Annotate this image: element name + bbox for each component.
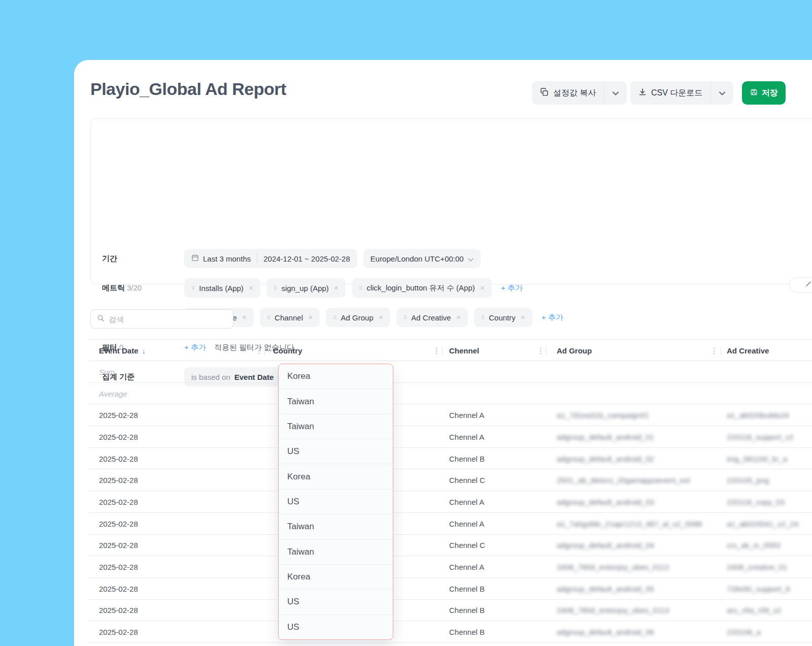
csv-download-label: CSV 다운로드 [651, 88, 702, 99]
event-date-cell: 2025-02-28 [99, 426, 138, 448]
close-icon[interactable]: ✕ [456, 314, 461, 321]
table-row: 2025-02-28 Chennel B adgroup_default_and… [89, 578, 812, 600]
column-menu-icon[interactable]: ⋮ [255, 340, 263, 362]
country-value: US [279, 439, 393, 464]
channel-cell: Chennel A [449, 513, 484, 535]
add-metric-link[interactable]: + 추가 [501, 283, 523, 293]
filter-panel: 기간 Last 3 months 2024-12-01 ~ 2025-02-28… [90, 118, 812, 284]
close-icon[interactable]: ✕ [379, 314, 383, 321]
column-menu-icon[interactable]: ⋮ [710, 340, 718, 362]
table-row: 2025-02-28 Chennel A 2408_780d_entonjoy_… [89, 556, 812, 578]
channel-cell: Chennel C [449, 535, 485, 557]
close-icon[interactable]: ✕ [334, 285, 339, 292]
groupby-pill[interactable]: ⠿ Channel ✕ [260, 308, 320, 327]
column-header-chennel[interactable]: Chennel [449, 340, 479, 362]
save-button[interactable]: 저장 [742, 81, 786, 105]
ad-group-cell-redacted: adgroup_default_android_06 [557, 621, 654, 643]
ad-creative-cell-redacted: 2408_creative_01 [727, 556, 787, 578]
metric-pill[interactable]: ⠿ Installs (App) ✕ [184, 278, 260, 298]
add-groupby-link[interactable]: + 추가 [542, 313, 563, 322]
csv-download-caret-button[interactable] [711, 81, 733, 105]
close-icon[interactable]: ✕ [242, 314, 247, 321]
ad-creative-cell-redacted: 220108_a [727, 621, 761, 643]
ad-creative-cell-redacted: img_081100_kr_a [727, 448, 787, 470]
chevron-down-icon [613, 88, 619, 98]
groupby-pill[interactable]: ⠿ Ad Group ✕ [326, 308, 390, 327]
drag-handle-icon[interactable]: ⠿ [333, 315, 336, 320]
channel-cell: Chennel B [449, 578, 485, 600]
report-card: Playio_Global Ad Report 설정값 복사 CSV 다운로드 [74, 60, 812, 646]
country-value: Taiwan [279, 414, 393, 439]
ad-group-cell-redacted: adgroup_default_android_05 [557, 578, 654, 600]
column-divider [264, 346, 265, 355]
channel-cell: Chennel A [449, 556, 484, 578]
copy-settings-caret-button[interactable] [604, 81, 627, 105]
metric-pill[interactable]: ⠿ sign_up (App) ✕ [266, 278, 346, 298]
event-date-cell: 2025-02-28 [99, 600, 138, 622]
column-menu-icon[interactable]: ⋮ [537, 340, 545, 362]
event-date-cell: 2025-02-28 [99, 448, 138, 470]
search-input[interactable] [109, 315, 227, 324]
event-date-cell: 2025-02-28 [99, 469, 138, 491]
groupby-pill[interactable]: ⠿ Country ✕ [474, 308, 532, 327]
country-value: US [279, 615, 393, 639]
close-icon[interactable]: ✕ [249, 285, 253, 292]
table-row: 2025-02-28 Chennel B 2408_780d_entonjoy_… [89, 600, 812, 622]
groupby-pill-label: Channel [275, 313, 303, 322]
search-box [90, 309, 233, 329]
period-pill[interactable]: Last 3 months 2024-12-01 ~ 2025-02-28 [184, 249, 357, 268]
drag-handle-icon[interactable]: ⠿ [191, 285, 195, 291]
table-row: 2025-02-28 Chennel B adgroup_default_and… [89, 621, 812, 643]
close-icon[interactable]: ✕ [308, 314, 313, 321]
country-value: Taiwan [279, 514, 393, 539]
close-icon[interactable]: ✕ [480, 285, 485, 292]
filter-row-period: 기간 Last 3 months 2024-12-01 ~ 2025-02-28… [102, 249, 481, 268]
event-date-cell: 2025-02-28 [99, 491, 138, 513]
ad-creative-cell-redacted: 220118_support_v2 [727, 426, 794, 448]
event-date-cell: 2025-02-28 [99, 621, 138, 643]
groupby-pill-label: Ad Creative [411, 313, 451, 322]
column-divider [546, 346, 547, 355]
metrics-count: 3/20 [127, 283, 142, 292]
country-value: Korea [279, 464, 393, 489]
drag-handle-icon[interactable]: ⠿ [403, 315, 407, 320]
channel-cell: Chennel A [449, 426, 484, 448]
event-date-cell: 2025-02-28 [99, 578, 138, 600]
column-menu-icon[interactable]: ⋮ [433, 340, 441, 362]
channel-cell: Chennel A [449, 491, 484, 513]
summary-row-average: Average [89, 383, 812, 405]
drag-handle-icon[interactable]: ⠿ [359, 285, 362, 291]
country-value: US [279, 590, 393, 615]
ad-group-cell-redacted: adgroup_default_android_01 [557, 426, 654, 448]
drag-handle-icon[interactable]: ⠿ [481, 315, 485, 320]
search-icon [97, 314, 105, 324]
groupby-pill[interactable]: ⠿ Ad Creative ✕ [396, 308, 468, 327]
csv-download-button[interactable]: CSV 다운로드 [630, 81, 733, 105]
ad-creative-cell-redacted: a1_ab020041_v2_24 [727, 513, 798, 535]
period-preset: Last 3 months [203, 254, 251, 263]
column-header-ad-group[interactable]: Ad Group [557, 340, 592, 362]
country-column-drag-overlay[interactable]: Korea Taiwan Taiwan US Korea US Taiwan T… [278, 364, 393, 640]
country-value: Taiwan [279, 389, 393, 414]
download-icon [638, 88, 647, 98]
panel-collapse-button[interactable] [789, 277, 812, 293]
close-icon[interactable]: ✕ [521, 314, 525, 321]
screen: Playio_Global Ad Report 설정값 복사 CSV 다운로드 [0, 0, 812, 646]
drag-handle-icon[interactable]: ⠿ [267, 315, 270, 320]
metric-pill[interactable]: ⠿ click_login_button 유저 수 (App) ✕ [352, 278, 492, 298]
event-date-cell: 2025-02-28 [99, 404, 138, 426]
event-date-cell: 2025-02-28 [99, 556, 138, 578]
timezone-select[interactable]: Europe/London UTC+00:00 [363, 249, 481, 268]
copy-settings-button[interactable]: 설정값 복사 [532, 81, 627, 105]
column-header-ad-creative[interactable]: Ad Creative [727, 340, 769, 362]
column-header-event-date[interactable]: Event Date ↓ [99, 340, 146, 362]
table-row: 2025-02-28 Chennel A a1_7d1ea31b_campaig… [89, 404, 812, 426]
metrics-label: 메트릭 [102, 283, 125, 292]
column-header-country[interactable]: Country [273, 340, 302, 362]
report-table: Event Date ↓ ⋮ Country ⋮ Chennel ⋮ Ad Gr… [89, 339, 812, 646]
summary-row-sum: Sum [89, 361, 812, 383]
channel-cell: Chennel A [449, 404, 484, 426]
ad-creative-cell-redacted: 220105_png [727, 469, 769, 491]
country-value: Korea [279, 565, 393, 590]
drag-handle-icon[interactable]: ⠿ [274, 285, 277, 291]
